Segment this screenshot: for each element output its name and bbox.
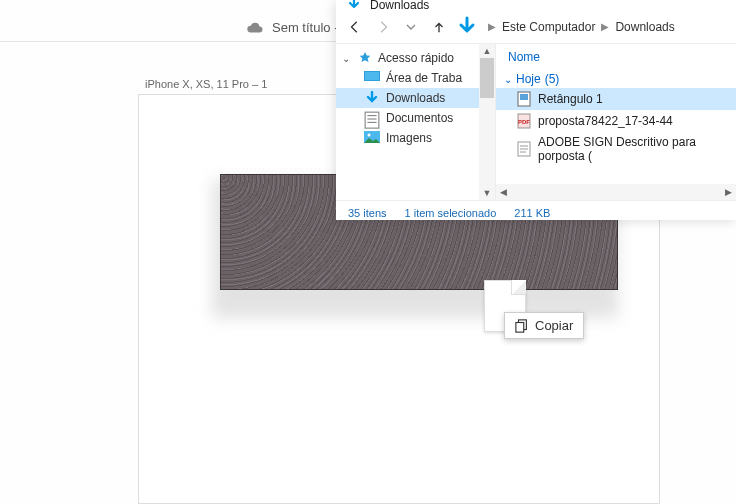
sidebar-label: Documentos xyxy=(386,111,453,125)
nav-up-button[interactable] xyxy=(428,16,450,38)
image-file-icon xyxy=(516,91,532,107)
artboard-label[interactable]: iPhone X, XS, 11 Pro – 1 xyxy=(145,78,267,90)
explorer-status-bar: 35 itens 1 item selecionado 211 KB xyxy=(336,200,736,224)
explorer-toolbar: ▶ Este Computador ▶ Downloads xyxy=(336,10,736,44)
text-file-icon xyxy=(516,141,532,157)
file-row[interactable]: ADOBE SIGN Descritivo para porposta ( xyxy=(496,132,736,166)
sidebar-item-downloads[interactable]: Downloads xyxy=(336,88,495,108)
file-row[interactable]: PDF proposta78422_17-34-44 xyxy=(496,110,736,132)
file-name: proposta78422_17-34-44 xyxy=(538,114,673,128)
download-arrow-icon xyxy=(364,91,380,105)
file-name: Retângulo 1 xyxy=(538,92,603,106)
breadcrumb[interactable]: ▶ Este Computador ▶ Downloads xyxy=(484,20,675,34)
status-selected: 1 item selecionado xyxy=(405,207,497,219)
chevron-down-icon: ⌄ xyxy=(342,53,352,64)
nav-forward-button[interactable] xyxy=(372,16,394,38)
sidebar-quick-access[interactable]: ⌄ Acesso rápido xyxy=(336,48,495,68)
cloud-icon xyxy=(246,22,264,34)
breadcrumb-folder[interactable]: Downloads xyxy=(615,20,674,34)
drag-copy-tooltip: Copiar xyxy=(504,312,584,339)
explorer-sidebar: ⌄ Acesso rápido Área de Traba Downloads … xyxy=(336,44,496,200)
scroll-down-icon[interactable]: ▼ xyxy=(483,188,492,198)
image-icon xyxy=(364,131,380,145)
scroll-left-icon[interactable]: ◀ xyxy=(496,187,511,197)
pin-star-icon xyxy=(358,51,372,65)
copy-icon xyxy=(515,319,529,333)
sidebar-item-pictures[interactable]: Imagens xyxy=(336,128,495,148)
horizontal-scrollbar[interactable]: ◀ ▶ xyxy=(496,184,736,200)
svg-rect-3 xyxy=(365,72,379,80)
chevron-right-icon: ▶ xyxy=(484,21,500,32)
breadcrumb-pc[interactable]: Este Computador xyxy=(502,20,595,34)
svg-rect-1 xyxy=(516,322,524,332)
copy-label: Copiar xyxy=(535,318,573,333)
file-row[interactable]: Retângulo 1 xyxy=(496,88,736,110)
pdf-file-icon: PDF xyxy=(516,113,532,129)
svg-rect-11 xyxy=(520,94,528,100)
document-tab[interactable]: Sem título - xyxy=(246,20,338,35)
sidebar-item-documents[interactable]: Documentos xyxy=(336,108,495,128)
sidebar-label: Área de Traba xyxy=(386,71,462,85)
window-title: Downloads xyxy=(370,0,429,12)
sidebar-label: Imagens xyxy=(386,131,432,145)
chevron-right-icon: ▶ xyxy=(597,21,613,32)
download-arrow-icon xyxy=(346,0,362,13)
file-explorer-window: Downloads ▶ Este Computador ▶ Downloads … xyxy=(336,0,736,220)
scrollbar-thumb[interactable] xyxy=(480,58,494,98)
status-item-count: 35 itens xyxy=(348,207,387,219)
explorer-file-list: Nome ⌄ Hoje (5) Retângulo 1 PDF proposta… xyxy=(496,44,736,200)
scroll-up-icon[interactable]: ▲ xyxy=(483,46,492,56)
status-size: 211 KB xyxy=(514,207,550,219)
location-download-icon xyxy=(456,16,478,38)
tab-title: Sem título - xyxy=(272,20,338,35)
group-count: (5) xyxy=(545,72,560,86)
chevron-down-icon: ⌄ xyxy=(504,74,512,85)
scroll-right-icon[interactable]: ▶ xyxy=(721,187,736,197)
desktop-icon xyxy=(364,71,380,85)
svg-point-9 xyxy=(368,134,371,137)
svg-rect-4 xyxy=(365,112,379,128)
sidebar-label: Downloads xyxy=(386,91,445,105)
quick-access-label: Acesso rápido xyxy=(378,51,454,65)
group-today[interactable]: ⌄ Hoje (5) xyxy=(496,66,736,88)
nav-recent-dropdown[interactable] xyxy=(400,16,422,38)
sidebar-scrollbar[interactable]: ▲ ▼ xyxy=(479,44,495,200)
group-label: Hoje xyxy=(516,72,541,86)
svg-text:PDF: PDF xyxy=(518,119,530,125)
document-icon xyxy=(364,111,380,125)
column-header-name[interactable]: Nome xyxy=(496,48,736,66)
explorer-titlebar[interactable]: Downloads xyxy=(336,0,736,10)
nav-back-button[interactable] xyxy=(344,16,366,38)
file-name: ADOBE SIGN Descritivo para porposta ( xyxy=(538,135,728,163)
sidebar-item-desktop[interactable]: Área de Traba xyxy=(336,68,495,88)
